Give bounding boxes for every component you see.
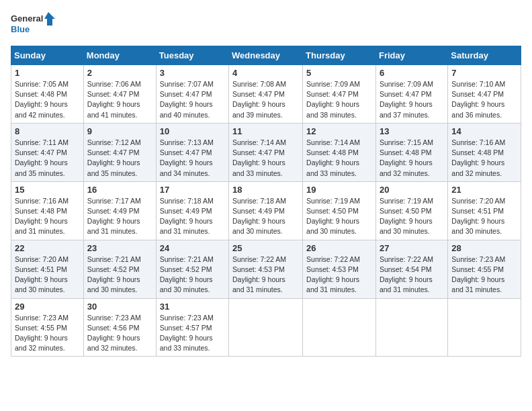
calendar-cell: 28 Sunrise: 7:23 AMSunset: 4:55 PMDaylig… [448,240,521,298]
day-info: Sunrise: 7:17 AMSunset: 4:49 PMDaylight:… [87,197,141,236]
day-info: Sunrise: 7:06 AMSunset: 4:47 PMDaylight:… [87,80,141,119]
calendar-cell: 8 Sunrise: 7:11 AMSunset: 4:47 PMDayligh… [11,123,84,181]
day-info: Sunrise: 7:23 AMSunset: 4:55 PMDaylight:… [15,314,69,353]
calendar-cell: 10 Sunrise: 7:13 AMSunset: 4:47 PMDaylig… [156,123,228,181]
weekday-header-thursday: Thursday [303,46,376,65]
calendar-cell: 26 Sunrise: 7:22 AMSunset: 4:53 PMDaylig… [303,240,376,298]
calendar-cell [229,298,303,357]
weekday-header-wednesday: Wednesday [229,46,303,65]
day-number: 20 [380,185,444,195]
calendar-week-3: 15 Sunrise: 7:16 AMSunset: 4:48 PMDaylig… [11,181,521,240]
day-number: 1 [15,68,80,78]
day-info: Sunrise: 7:15 AMSunset: 4:48 PMDaylight:… [380,138,433,177]
calendar-cell: 12 Sunrise: 7:14 AMSunset: 4:48 PMDaylig… [303,123,376,181]
day-info: Sunrise: 7:22 AMSunset: 4:53 PMDaylight:… [306,255,360,294]
calendar-cell: 2 Sunrise: 7:06 AMSunset: 4:47 PMDayligh… [83,65,156,124]
day-number: 12 [306,126,372,136]
day-number: 28 [451,243,517,253]
calendar-cell: 9 Sunrise: 7:12 AMSunset: 4:47 PMDayligh… [83,123,156,181]
calendar-cell: 14 Sunrise: 7:16 AMSunset: 4:48 PMDaylig… [448,123,521,181]
day-number: 18 [232,185,299,195]
day-info: Sunrise: 7:18 AMSunset: 4:49 PMDaylight:… [160,197,214,236]
day-info: Sunrise: 7:23 AMSunset: 4:57 PMDaylight:… [160,314,214,353]
svg-marker-2 [44,12,55,26]
calendar-cell: 18 Sunrise: 7:18 AMSunset: 4:49 PMDaylig… [229,181,303,240]
calendar-cell: 7 Sunrise: 7:10 AMSunset: 4:47 PMDayligh… [448,65,521,124]
day-number: 30 [87,302,152,312]
day-info: Sunrise: 7:20 AMSunset: 4:51 PMDaylight:… [451,197,505,236]
page-header: General Blue [11,11,521,40]
day-number: 8 [15,126,80,136]
day-info: Sunrise: 7:19 AMSunset: 4:50 PMDaylight:… [306,197,360,236]
calendar-cell: 21 Sunrise: 7:20 AMSunset: 4:51 PMDaylig… [448,181,521,240]
calendar-cell: 31 Sunrise: 7:23 AMSunset: 4:57 PMDaylig… [156,298,228,357]
day-number: 25 [232,243,299,253]
calendar-cell [375,298,447,357]
calendar-cell: 24 Sunrise: 7:21 AMSunset: 4:52 PMDaylig… [156,240,228,298]
svg-text:General: General [11,13,43,24]
day-number: 22 [15,243,80,253]
day-info: Sunrise: 7:05 AMSunset: 4:48 PMDaylight:… [15,80,69,119]
day-info: Sunrise: 7:20 AMSunset: 4:51 PMDaylight:… [15,255,69,294]
day-info: Sunrise: 7:23 AMSunset: 4:56 PMDaylight:… [87,314,141,353]
day-info: Sunrise: 7:16 AMSunset: 4:48 PMDaylight:… [15,197,69,236]
day-info: Sunrise: 7:19 AMSunset: 4:50 PMDaylight:… [380,197,433,236]
day-info: Sunrise: 7:22 AMSunset: 4:54 PMDaylight:… [380,255,433,294]
calendar-cell: 16 Sunrise: 7:17 AMSunset: 4:49 PMDaylig… [83,181,156,240]
day-info: Sunrise: 7:13 AMSunset: 4:47 PMDaylight:… [160,138,214,177]
weekday-header-monday: Monday [83,46,156,65]
calendar-cell: 13 Sunrise: 7:15 AMSunset: 4:48 PMDaylig… [375,123,447,181]
day-number: 7 [451,68,517,78]
day-info: Sunrise: 7:18 AMSunset: 4:49 PMDaylight:… [232,197,286,236]
day-number: 21 [451,185,517,195]
calendar-cell: 20 Sunrise: 7:19 AMSunset: 4:50 PMDaylig… [375,181,447,240]
day-number: 29 [15,302,80,312]
day-number: 5 [306,68,372,78]
day-number: 31 [160,302,225,312]
logo: General Blue [11,11,58,40]
calendar-week-4: 22 Sunrise: 7:20 AMSunset: 4:51 PMDaylig… [11,240,521,298]
day-number: 16 [87,185,152,195]
calendar-cell: 22 Sunrise: 7:20 AMSunset: 4:51 PMDaylig… [11,240,84,298]
day-number: 17 [160,185,225,195]
calendar-cell [303,298,376,357]
calendar-cell: 4 Sunrise: 7:08 AMSunset: 4:47 PMDayligh… [229,65,303,124]
day-info: Sunrise: 7:09 AMSunset: 4:47 PMDaylight:… [380,80,433,119]
logo-svg: General Blue [11,11,58,40]
day-info: Sunrise: 7:09 AMSunset: 4:47 PMDaylight:… [306,80,360,119]
day-info: Sunrise: 7:21 AMSunset: 4:52 PMDaylight:… [87,255,141,294]
weekday-header-sunday: Sunday [11,46,84,65]
day-number: 9 [87,126,152,136]
calendar-week-1: 1 Sunrise: 7:05 AMSunset: 4:48 PMDayligh… [11,65,521,124]
day-number: 14 [451,126,517,136]
day-info: Sunrise: 7:14 AMSunset: 4:47 PMDaylight:… [232,138,286,177]
day-number: 23 [87,243,152,253]
calendar-cell: 3 Sunrise: 7:07 AMSunset: 4:47 PMDayligh… [156,65,228,124]
calendar-cell: 1 Sunrise: 7:05 AMSunset: 4:48 PMDayligh… [11,65,84,124]
day-number: 24 [160,243,225,253]
day-number: 27 [380,243,444,253]
calendar-cell: 6 Sunrise: 7:09 AMSunset: 4:47 PMDayligh… [375,65,447,124]
day-number: 11 [232,126,299,136]
calendar-header-row: SundayMondayTuesdayWednesdayThursdayFrid… [11,46,521,65]
day-info: Sunrise: 7:10 AMSunset: 4:47 PMDaylight:… [451,80,505,119]
calendar-week-2: 8 Sunrise: 7:11 AMSunset: 4:47 PMDayligh… [11,123,521,181]
day-info: Sunrise: 7:14 AMSunset: 4:48 PMDaylight:… [306,138,360,177]
calendar-cell: 15 Sunrise: 7:16 AMSunset: 4:48 PMDaylig… [11,181,84,240]
calendar-cell: 30 Sunrise: 7:23 AMSunset: 4:56 PMDaylig… [83,298,156,357]
day-info: Sunrise: 7:07 AMSunset: 4:47 PMDaylight:… [160,80,214,119]
day-number: 26 [306,243,372,253]
calendar-cell: 23 Sunrise: 7:21 AMSunset: 4:52 PMDaylig… [83,240,156,298]
calendar-cell: 11 Sunrise: 7:14 AMSunset: 4:47 PMDaylig… [229,123,303,181]
day-number: 10 [160,126,225,136]
calendar-cell [448,298,521,357]
day-info: Sunrise: 7:16 AMSunset: 4:48 PMDaylight:… [451,138,505,177]
day-number: 15 [15,185,80,195]
day-number: 13 [380,126,444,136]
day-info: Sunrise: 7:08 AMSunset: 4:47 PMDaylight:… [232,80,286,119]
day-info: Sunrise: 7:22 AMSunset: 4:53 PMDaylight:… [232,255,286,294]
calendar-cell: 17 Sunrise: 7:18 AMSunset: 4:49 PMDaylig… [156,181,228,240]
weekday-header-friday: Friday [375,46,447,65]
svg-text:Blue: Blue [11,24,30,34]
day-info: Sunrise: 7:11 AMSunset: 4:47 PMDaylight:… [15,138,69,177]
